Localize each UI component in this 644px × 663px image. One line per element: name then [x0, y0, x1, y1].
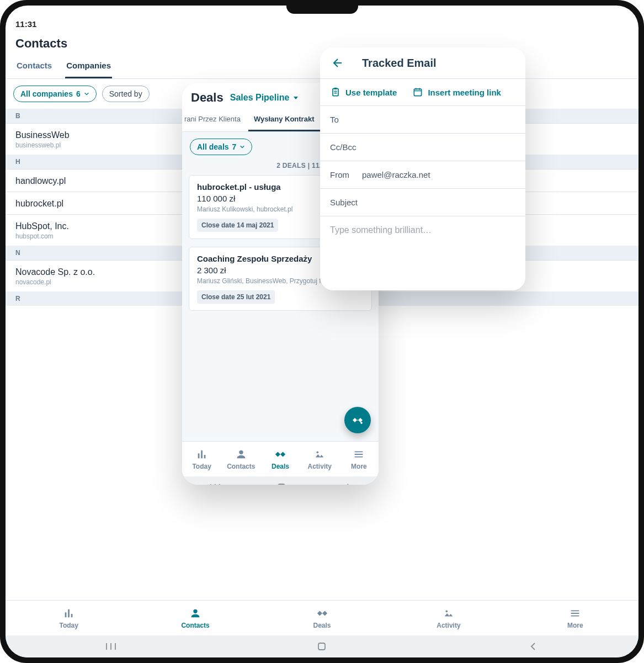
svg-rect-5 [334, 88, 337, 89]
nav-today[interactable]: Today [6, 601, 132, 635]
email-to-label: To [330, 115, 356, 124]
filter-all-deals[interactable]: All deals 7 [190, 139, 252, 155]
home-button[interactable] [276, 482, 287, 485]
filter-all-deals-label: All deals [197, 142, 229, 151]
filter-sorted-by[interactable]: Sorted by [102, 86, 150, 102]
deals-title: Deals [191, 91, 223, 105]
nav-label: Contacts [227, 463, 255, 470]
nav-label: More [567, 622, 583, 629]
email-cc-row[interactable]: Cc/Bcc [320, 134, 525, 161]
bottom-nav: Today Contacts Deals Activity More [6, 600, 638, 635]
handshake-icon [274, 448, 286, 460]
tab-contacts[interactable]: Contacts [15, 55, 53, 78]
phone-notch [286, 2, 358, 14]
tracked-email-screen: Tracked Email Use template Insert meetin… [320, 47, 525, 290]
use-template-button[interactable]: Use template [330, 87, 397, 98]
add-deal-fab[interactable] [344, 407, 371, 433]
svg-rect-4 [333, 88, 338, 96]
bars-icon [196, 448, 208, 460]
email-from-value: pawel@raczka.net [362, 170, 430, 179]
android-nav-bar [6, 635, 638, 657]
handshake-icon [316, 607, 328, 619]
menu-icon [353, 448, 365, 460]
phone-contacts-screen: 11:31 Contacts Contacts Companies All co… [0, 0, 198, 466]
nav-contacts[interactable]: Contacts [221, 442, 260, 476]
pipeline-label: Sales Pipeline [230, 93, 290, 103]
nav-activity[interactable]: Activity [385, 601, 512, 635]
stage-tab-left[interactable]: rani Przez Klienta [182, 109, 248, 131]
person-icon [235, 448, 247, 460]
filter-all-companies-label: All companies [20, 89, 73, 98]
svg-rect-3 [278, 484, 285, 485]
image-icon [313, 448, 326, 460]
filter-all-deals-count: 7 [232, 142, 237, 151]
android-nav-bar [182, 476, 379, 485]
calendar-icon [412, 87, 423, 98]
nav-label: Deals [272, 463, 289, 470]
nav-label: More [351, 463, 367, 470]
nav-label: Today [59, 622, 78, 629]
email-header: Tracked Email [320, 47, 525, 78]
bottom-nav: Today Contacts Deals Activity More [182, 441, 379, 476]
filter-all-companies-count: 6 [76, 89, 81, 98]
nav-deals[interactable]: Deals [260, 442, 300, 476]
nav-more[interactable]: More [339, 442, 379, 476]
nav-label: Activity [308, 463, 332, 470]
use-template-label: Use template [345, 88, 397, 97]
tab-companies[interactable]: Companies [65, 55, 112, 78]
email-subject-row[interactable]: Subject [320, 189, 525, 216]
chevron-down-icon [84, 91, 89, 97]
back-button[interactable] [342, 483, 351, 485]
filter-all-companies[interactable]: All companies 6 [13, 86, 97, 102]
nav-today[interactable]: Today [182, 442, 221, 476]
stage-tab-right[interactable]: Wysłany Kontrakt [248, 109, 322, 131]
arrow-left-icon [330, 56, 343, 70]
email-from-label: From [330, 170, 356, 179]
recent-apps-button[interactable] [210, 483, 221, 485]
recent-apps-button[interactable] [104, 639, 118, 654]
caret-down-icon [292, 94, 299, 101]
back-button[interactable] [330, 56, 343, 70]
email-body-input[interactable]: Type something brilliant… [320, 216, 525, 244]
menu-icon [569, 607, 581, 619]
deal-close-date: Close date 14 maj 2021 [197, 219, 278, 232]
handshake-plus-icon [351, 413, 364, 427]
nav-activity[interactable]: Activity [300, 442, 339, 476]
email-cc-label: Cc/Bcc [330, 142, 356, 152]
email-subject-label: Subject [330, 198, 358, 207]
person-icon [189, 607, 201, 619]
nav-label: Activity [437, 622, 460, 629]
image-icon [443, 607, 455, 619]
insert-meeting-button[interactable]: Insert meeting link [412, 87, 501, 98]
nav-label: Contacts [181, 622, 209, 629]
email-actions: Use template Insert meeting link [320, 78, 525, 106]
bars-icon [63, 607, 75, 619]
svg-point-2 [317, 451, 319, 453]
nav-label: Deals [313, 622, 331, 629]
clipboard-icon [330, 87, 341, 98]
nav-deals[interactable]: Deals [259, 601, 385, 635]
status-time: 11:31 [15, 19, 36, 29]
email-from-row[interactable]: From pawel@raczka.net [320, 161, 525, 189]
svg-point-0 [445, 610, 448, 612]
email-title: Tracked Email [362, 57, 437, 70]
filter-sorted-by-label: Sorted by [109, 89, 142, 98]
svg-rect-6 [414, 89, 422, 96]
insert-meeting-label: Insert meeting link [428, 88, 501, 97]
pipeline-dropdown[interactable]: Sales Pipeline [230, 93, 300, 103]
email-to-row[interactable]: To [320, 106, 525, 134]
home-button[interactable] [315, 639, 329, 654]
deal-close-date: Close date 25 lut 2021 [197, 290, 275, 304]
page-title: Contacts [6, 31, 638, 55]
nav-more[interactable]: More [512, 601, 638, 635]
nav-label: Today [192, 463, 211, 470]
nav-contacts[interactable]: Contacts [132, 601, 258, 635]
svg-rect-1 [318, 643, 325, 650]
chevron-down-icon [239, 144, 245, 150]
back-button[interactable] [526, 639, 540, 654]
